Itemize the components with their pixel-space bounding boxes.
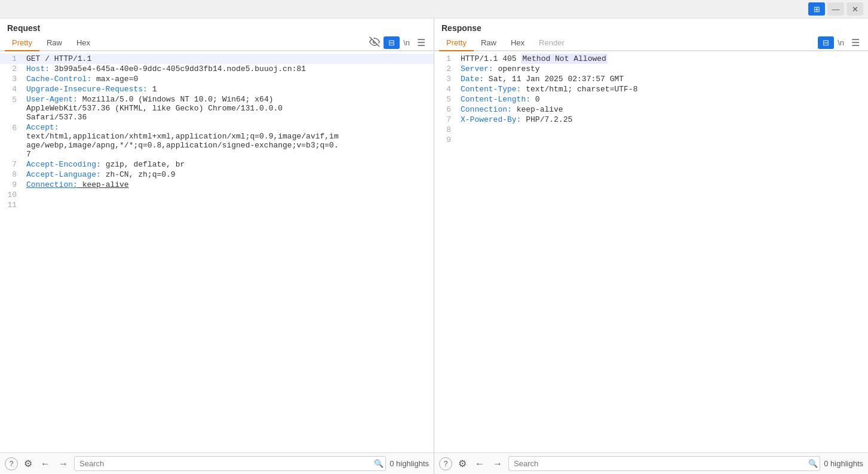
request-code-area: 1 GET / HTTP/1.1 2 Host: 3b99a5e4-645a-4…	[0, 51, 434, 453]
line-num-6: 6	[5, 123, 17, 133]
res-line-1: 1 HTTP/1.1 405 Method Not Allowed	[434, 54, 868, 64]
tab-response-raw[interactable]: Raw	[474, 35, 504, 50]
search-icon-response[interactable]: 🔍	[808, 459, 818, 468]
wrap-button-response[interactable]: ⊟	[818, 36, 834, 49]
settings-button-request[interactable]: ⚙	[22, 457, 35, 470]
line-num-3: 3	[5, 75, 17, 84]
layout-button[interactable]: ⊞	[808, 2, 825, 16]
res-line-7: 7 X-Powered-By: PHP/7.2.25	[434, 115, 868, 125]
res-line-5: 5 Content-Length: 0	[434, 94, 868, 104]
res-line-num-6: 6	[439, 105, 451, 114]
req-line-4: 4 Upgrade-Insecure-Requests: 1	[0, 84, 434, 94]
help-button-request[interactable]: ?	[5, 457, 18, 470]
line-num-11: 11	[5, 201, 17, 210]
response-title: Response	[434, 19, 868, 35]
res-line-num-2: 2	[439, 64, 451, 73]
line-num-10: 10	[5, 190, 17, 199]
line-content-10	[26, 190, 31, 199]
line-num-2: 2	[5, 64, 17, 73]
line-num-8: 8	[5, 170, 17, 179]
res-line-num-9: 9	[439, 136, 451, 144]
req-line-2: 2 Host: 3b99a5e4-645a-40e0-9ddc-405c9dd3…	[0, 64, 434, 74]
req-line-1: 1 GET / HTTP/1.1	[0, 54, 434, 64]
res-line-4: 4 Content-Type: text/html; charset=UTF-8	[434, 84, 868, 94]
res-line-content-9	[461, 136, 465, 144]
wrap-button-request[interactable]: ⊟	[384, 36, 400, 49]
res-line-content-6: Connection: keep-alive	[461, 105, 563, 114]
res-line-8: 8	[434, 125, 868, 135]
res-line-num-5: 5	[439, 95, 451, 104]
req-line-9: 9 Connection: keep-alive	[0, 180, 434, 190]
forward-button-response[interactable]: →	[490, 457, 505, 470]
help-button-response[interactable]: ?	[439, 457, 452, 470]
line-content-1: GET / HTTP/1.1	[26, 54, 91, 63]
line-content-4: Upgrade-Insecure-Requests: 1	[26, 85, 157, 94]
line-num-4: 4	[5, 85, 17, 94]
menu-button-request[interactable]: ☰	[413, 36, 429, 50]
res-line-num-8: 8	[439, 125, 451, 134]
tab-request-pretty[interactable]: Pretty	[5, 35, 39, 51]
res-line-9: 9	[434, 135, 868, 145]
close-button[interactable]: ✕	[846, 2, 863, 16]
search-icon-request[interactable]: 🔍	[374, 459, 384, 468]
line-num-7: 7	[5, 160, 17, 169]
settings-button-response[interactable]: ⚙	[456, 457, 469, 470]
res-line-num-7: 7	[439, 115, 451, 124]
response-panel: Response Pretty Raw Hex Render ⊟ \n ☰ 1 …	[434, 19, 868, 474]
res-line-num-4: 4	[439, 85, 451, 94]
line-content-8: Accept-Language: zh-CN, zh;q=0.9	[26, 170, 176, 179]
search-input-response[interactable]	[508, 456, 820, 471]
req-line-7: 7 Accept-Encoding: gzip, deflate, br	[0, 159, 434, 170]
search-input-request[interactable]	[74, 456, 386, 471]
menu-button-response[interactable]: ☰	[848, 36, 863, 50]
line-num-9: 9	[5, 180, 17, 189]
res-line-3: 3 Date: Sat, 11 Jan 2025 02:37:57 GMT	[434, 74, 868, 84]
res-line-content-4: Content-Type: text/html; charset=UTF-8	[461, 85, 637, 94]
line-content-7: Accept-Encoding: gzip, deflate, br	[26, 160, 185, 169]
res-line-6: 6 Connection: keep-alive	[434, 104, 868, 115]
tab-request-raw[interactable]: Raw	[39, 35, 69, 50]
res-line-content-1: HTTP/1.1 405 Method Not Allowed	[461, 54, 608, 63]
request-bottom-bar: ? ⚙ ← → 🔍 0 highlights	[0, 453, 434, 474]
tab-response-pretty[interactable]: Pretty	[439, 35, 474, 51]
req-line-11: 11	[0, 200, 434, 210]
res-line-2: 2 Server: openresty	[434, 64, 868, 74]
request-title: Request	[0, 19, 434, 35]
req-line-10: 10	[0, 190, 434, 200]
line-content-6: Accept: text/html,application/xhtml+xml,…	[26, 123, 339, 159]
highlights-label-request: 0 highlights	[389, 459, 429, 468]
req-line-5: 5 User-Agent: Mozilla/5.0 (Windows NT 10…	[0, 94, 434, 122]
line-num-5: 5	[5, 95, 17, 104]
req-line-6: 6 Accept: text/html,application/xhtml+xm…	[0, 122, 434, 159]
top-bar: ⊞ — ✕	[0, 0, 868, 19]
res-line-content-8	[461, 125, 465, 134]
highlights-label-response: 0 highlights	[824, 459, 863, 468]
res-line-content-2: Server: openresty	[461, 64, 540, 73]
newline-button-request[interactable]: \n	[400, 37, 413, 48]
res-line-content-5: Content-Length: 0	[461, 95, 540, 104]
tab-request-hex[interactable]: Hex	[69, 35, 97, 50]
line-content-11	[26, 201, 31, 210]
tab-response-render[interactable]: Render	[532, 35, 572, 50]
res-line-content-7: X-Powered-By: PHP/7.2.25	[461, 115, 572, 124]
response-code-area: 1 HTTP/1.1 405 Method Not Allowed 2 Serv…	[434, 51, 868, 453]
newline-button-response[interactable]: \n	[834, 37, 848, 48]
tab-response-hex[interactable]: Hex	[504, 35, 532, 50]
line-content-9: Connection: keep-alive	[26, 180, 129, 189]
req-line-8: 8 Accept-Language: zh-CN, zh;q=0.9	[0, 170, 434, 180]
request-panel: Request Pretty Raw Hex ⊟ \n ☰ 1 GET /	[0, 19, 434, 474]
back-button-response[interactable]: ←	[473, 457, 487, 470]
line-num-1: 1	[5, 54, 17, 63]
main-panels: Request Pretty Raw Hex ⊟ \n ☰ 1 GET /	[0, 19, 868, 474]
req-line-3: 3 Cache-Control: max-age=0	[0, 74, 434, 84]
line-content-5: User-Agent: Mozilla/5.0 (Windows NT 10.0…	[26, 95, 283, 122]
res-line-content-3: Date: Sat, 11 Jan 2025 02:37:57 GMT	[461, 75, 624, 84]
request-tabs-bar: Pretty Raw Hex ⊟ \n ☰	[0, 35, 434, 51]
forward-button-request[interactable]: →	[56, 457, 70, 470]
response-tabs-bar: Pretty Raw Hex Render ⊟ \n ☰	[434, 35, 868, 51]
back-button-request[interactable]: ←	[38, 457, 53, 470]
response-bottom-bar: ? ⚙ ← → 🔍 0 highlights	[434, 453, 868, 474]
eye-off-button[interactable]	[366, 35, 384, 50]
minimize-button[interactable]: —	[827, 2, 844, 16]
res-line-num-3: 3	[439, 75, 451, 84]
